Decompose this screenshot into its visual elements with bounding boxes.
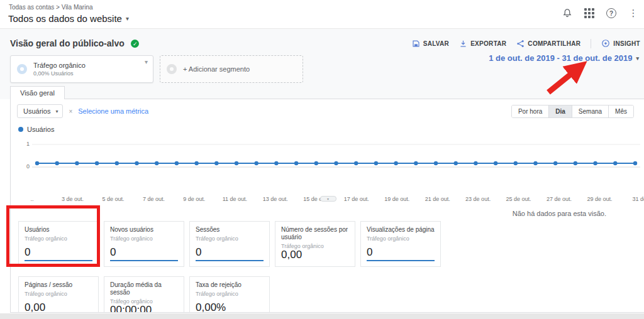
x-tick-label: 27 de out.: [547, 196, 572, 202]
x-tick-label: 3 de out.: [62, 196, 84, 202]
verified-check-icon: ✓: [131, 40, 139, 48]
breadcrumb[interactable]: Todas as contas > Vila Marina: [9, 4, 93, 11]
x-tick-label: 11 de out.: [223, 196, 247, 202]
metric-value: 0: [367, 247, 435, 258]
tab-overview[interactable]: Visão geral: [10, 86, 65, 99]
metric-title: Número de sessões por usuário: [281, 226, 349, 241]
x-tick-label: 5 de out.: [102, 196, 124, 202]
metric-card-sessoes: Sessões Tráfego orgânico 0: [189, 221, 270, 267]
segment-card-organic-traffic[interactable]: Tráfego orgânico 0,00% Usuários ▾: [10, 55, 153, 83]
y-axis-tick: 1: [21, 141, 30, 147]
x-tick-label: 13 de out.: [263, 196, 288, 202]
insight-button[interactable]: INSIGHT: [601, 39, 640, 48]
granularity-toggle: Por hora Dia Semana Mês: [511, 105, 634, 118]
metric-card-usuarios: Usuários Tráfego orgânico 0: [18, 221, 99, 267]
metric-card-duracao-sessao: Duração média da sessão Tráfego orgânico…: [104, 276, 184, 313]
metric-value: 0: [110, 247, 178, 258]
more-vertical-icon[interactable]: ⋮: [628, 8, 639, 19]
metric-title: Novos usuários: [110, 226, 178, 234]
notifications-bell-icon[interactable]: [562, 8, 573, 19]
export-button[interactable]: EXPORTAR: [459, 40, 506, 48]
metric-value: 0: [25, 247, 92, 258]
x-tick-label: 17 de out.: [344, 196, 369, 202]
insight-icon: [601, 39, 610, 48]
save-icon: [412, 40, 420, 48]
add-segment-ring-icon: [167, 64, 177, 74]
header-icons: ? ⋮: [562, 8, 639, 19]
date-range-picker[interactable]: 1 de out. de 2019 - 31 de out. de 2019 ▾: [489, 53, 639, 63]
report-title-row: Visão geral do público-alvo ✓ SALVAR EXP…: [10, 34, 640, 53]
metric-subtitle: Tráfego orgânico: [196, 291, 264, 297]
metric-dropdown-label: Usuários: [23, 107, 50, 115]
metric-title: Páginas / sessão: [25, 281, 92, 289]
segment-name: Tráfego orgânico: [33, 62, 86, 69]
metric-card-sessoes-por-usuario: Número de sessões por usuário Tráfego or…: [275, 221, 355, 267]
footer-strip: [0, 313, 644, 319]
share-label: COMPARTILHAR: [528, 40, 580, 47]
metric-card-novos-usuarios: Novos usuários Tráfego orgânico 0: [104, 221, 184, 267]
add-segment-label: + Adicionar segmento: [183, 65, 250, 73]
metric-card-paginas-sessao: Páginas / sessão Tráfego orgânico 0,00: [18, 276, 99, 313]
help-icon[interactable]: ?: [606, 8, 617, 19]
chevron-down-icon: ▾: [55, 109, 58, 114]
metric-value: 0,00: [281, 249, 349, 261]
chart-controls: Usuários ▾ × Selecione uma métrica Por h…: [11, 99, 644, 121]
page-title-wrap: Visão geral do público-alvo ✓: [10, 38, 139, 49]
insight-label: INSIGHT: [613, 40, 640, 47]
x-tick-label: 9 de out.: [183, 196, 205, 202]
metric-title: Visualizações de página: [367, 226, 435, 234]
x-tick-label: 19 de out.: [384, 196, 409, 202]
add-segment-card[interactable]: + Adicionar segmento: [160, 55, 303, 83]
metric-sparkline: [196, 260, 264, 261]
apps-grid-icon[interactable]: [584, 8, 595, 19]
metric-sparkline: [110, 260, 178, 261]
select-metric-link[interactable]: Selecione uma métrica: [78, 107, 148, 115]
date-range-text: 1 de out. de 2019 - 31 de out. de 2019: [489, 53, 632, 63]
metric-sparkline: [367, 260, 435, 261]
metric-card-taxa-rejeicao: Taxa de rejeição Tráfego orgânico 0,00%: [189, 276, 270, 313]
x-tick-label: ..: [30, 196, 33, 202]
metric-subtitle: Tráfego orgânico: [367, 235, 435, 242]
segment-ring-icon: [17, 64, 27, 74]
metric-card-visualizacoes: Visualizações de página Tráfego orgânico…: [360, 221, 441, 267]
empty-state-message: Não há dados para esta visão.: [513, 210, 606, 217]
x-tick-label: 7 de out.: [143, 196, 165, 202]
granularity-hour-button[interactable]: Por hora: [512, 105, 548, 117]
actions-divider: [591, 39, 591, 48]
chevron-down-icon[interactable]: ▾: [145, 58, 148, 65]
chart-scroll-handle[interactable]: ▾: [320, 196, 336, 202]
metric-subtitle: Tráfego orgânico: [25, 291, 92, 297]
metric-value: 0,00: [25, 302, 92, 313]
metric-title: Sessões: [196, 226, 264, 234]
granularity-week-button[interactable]: Semana: [572, 105, 608, 117]
metric-value: 0: [196, 247, 264, 258]
x-tick-label: 21 de out.: [425, 196, 450, 202]
page-title: Visão geral do público-alvo: [10, 38, 125, 48]
download-icon: [459, 40, 467, 48]
users-line-chart: 1 0 ..3 de out.5 de out.7 de out.9 de ou…: [13, 137, 641, 206]
property-selector[interactable]: Todos os dados do website ▾: [8, 13, 129, 24]
metric-value: 0,00%: [196, 302, 264, 313]
granularity-month-button[interactable]: Mês: [608, 105, 633, 117]
share-button[interactable]: COMPARTILHAR: [516, 40, 580, 48]
metric-subtitle: Tráfego orgânico: [110, 235, 178, 242]
report-actions: SALVAR EXPORTAR COMPARTILHAR INSIGHT: [412, 39, 640, 48]
save-button[interactable]: SALVAR: [412, 40, 449, 48]
metric-title: Taxa de rejeição: [196, 281, 264, 289]
save-label: SALVAR: [423, 40, 449, 47]
report-content: Usuários ▾ × Selecione uma métrica Por h…: [10, 99, 644, 313]
chart-plot: [32, 137, 640, 195]
export-label: EXPORTAR: [470, 40, 506, 47]
x-tick-label: 25 de out.: [506, 196, 531, 202]
app-header: Todas as contas > Vila Marina Todos os d…: [0, 0, 644, 29]
granularity-day-button[interactable]: Dia: [548, 105, 572, 117]
metric-subtitle: Tráfego orgânico: [25, 235, 92, 242]
x-tick-label: 23 de out.: [465, 196, 491, 202]
metric-subtitle: Tráfego orgânico: [196, 235, 264, 242]
remove-metric-icon[interactable]: ×: [69, 108, 72, 115]
chevron-down-icon: ▾: [636, 55, 639, 62]
chart-legend: Usuários: [18, 126, 644, 133]
metric-title: Usuários: [25, 226, 92, 234]
segment-row: Tráfego orgânico 0,00% Usuários ▾ + Adic…: [10, 55, 303, 83]
metric-dropdown[interactable]: Usuários ▾: [17, 104, 63, 118]
